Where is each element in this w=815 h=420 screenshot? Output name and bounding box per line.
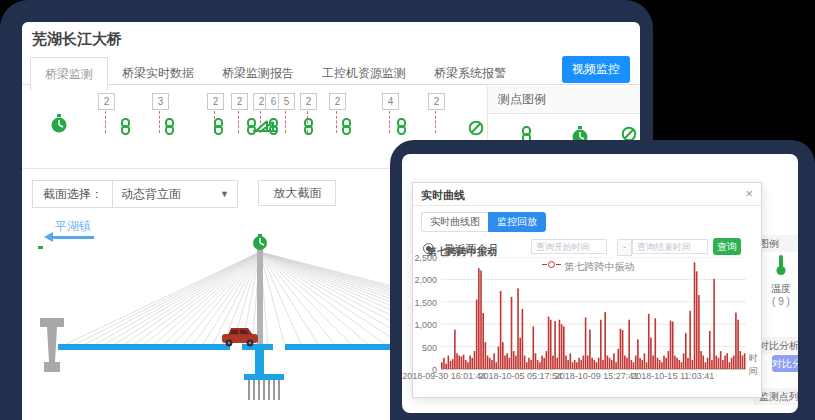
chart-plot-area — [441, 257, 746, 369]
dialog-tab-0[interactable]: 实时曲线图 — [421, 212, 488, 232]
x-axis-tick: 2018-10-05 05:17:54 — [479, 371, 563, 381]
sensor-count-badge: 2 — [207, 93, 224, 110]
temperature-label: 温度 — [764, 282, 798, 296]
dialog-header: 实时曲线 × — [413, 183, 761, 206]
chain-icon[interactable] — [120, 118, 131, 139]
ban-icon[interactable] — [468, 120, 484, 140]
section-select-value: 动态背立面 — [121, 186, 181, 203]
thermometer-icon — [775, 262, 787, 279]
sensor-count-badge: 3 — [152, 93, 169, 110]
sensor-count-badge: 2 — [428, 93, 445, 110]
dashed-connector — [389, 111, 390, 133]
x-axis-tick: 2018-10-09 15:27:41 — [555, 371, 639, 381]
dialog-tab-1[interactable]: 监控回放 — [488, 212, 546, 232]
section-select-label: 截面选择： — [33, 186, 113, 203]
tab-2[interactable]: 桥梁监测报告 — [208, 57, 308, 89]
chain-icon[interactable] — [396, 118, 407, 139]
sensor-count-badge: 2 — [98, 93, 115, 110]
query-button[interactable]: 查询 — [713, 238, 741, 255]
bridge-icon[interactable] — [252, 118, 278, 138]
y-axis-tick: 1,000 — [413, 320, 437, 330]
close-icon[interactable]: × — [745, 186, 753, 201]
y-axis-tick: 2,500 — [413, 253, 437, 263]
chevron-down-icon: ▼ — [220, 189, 229, 199]
sensor-count-badge: 4 — [382, 93, 399, 110]
dashed-connector — [336, 111, 337, 133]
sensor-count-badge: 2 — [329, 93, 346, 110]
temperature-count: ( 9 ) — [764, 296, 798, 307]
sensor-count-badge: 5 — [278, 93, 295, 110]
x-axis-title: 时间 — [749, 352, 763, 378]
tab-1[interactable]: 桥梁实时数据 — [108, 57, 208, 89]
dashed-connector — [159, 111, 160, 133]
y-axis-tick: 1,500 — [413, 298, 437, 308]
legend-panel-title: 测点图例 — [488, 86, 640, 114]
section-select[interactable]: 动态背立面 ▼ — [112, 180, 238, 208]
tab-3[interactable]: 工控机资源监测 — [308, 57, 420, 89]
temperature-item[interactable]: 温度 ( 9 ) — [764, 254, 798, 307]
main-tab-bar: 桥梁监测桥梁实时数据桥梁监测报告工控机资源监测桥梁系统报警 — [22, 56, 640, 85]
dashed-connector — [285, 111, 286, 133]
dashed-connector — [105, 111, 106, 133]
compare-analysis-button[interactable]: 对比分析 — [772, 355, 798, 372]
realtime-curve-dialog: 实时曲线 × 实时曲线图监控回放 最近两个月 - 查询 第七跨跨中振动 第七跨跨… — [412, 182, 762, 398]
dashed-connector — [238, 111, 239, 133]
sensor-count-badge: 2 — [300, 93, 317, 110]
dialog-title: 实时曲线 — [421, 188, 465, 203]
query-start-input[interactable] — [531, 239, 607, 254]
video-monitor-button[interactable]: 视频监控 — [562, 56, 630, 83]
vibration-chart: 时间 05001,0001,5002,0002,5002018-09-30 16… — [413, 255, 763, 395]
x-axis-tick: 2018-09-30 16:01:44 — [402, 371, 486, 381]
sensor-count-badge: 2 — [231, 93, 248, 110]
tab-4[interactable]: 桥梁系统报警 — [420, 57, 520, 89]
page-title: 芜湖长江大桥 — [32, 30, 122, 49]
range-separator: - — [617, 239, 632, 256]
dialog-tab-group: 实时曲线图监控回放 — [421, 211, 546, 232]
stopwatch-icon[interactable] — [50, 114, 68, 138]
y-axis-tick: 500 — [413, 343, 437, 353]
chain-icon[interactable] — [213, 118, 224, 139]
dashed-connector — [435, 111, 436, 133]
chain-icon[interactable] — [341, 118, 352, 139]
section-toolbar: 截面选择： 动态背立面 ▼ 放大截面 — [32, 180, 336, 206]
section-select-box: 截面选择： 动态背立面 ▼ — [32, 180, 238, 208]
x-axis-tick: 2018-10-15 11:03:41 — [631, 371, 714, 381]
enlarge-section-button[interactable]: 放大截面 — [258, 180, 336, 206]
query-end-input[interactable] — [632, 239, 708, 254]
screen: 芜湖长江大桥 桥梁监测桥梁实时数据桥梁监测报告工控机资源监测桥梁系统报警 视频监… — [0, 0, 815, 420]
chain-icon[interactable] — [303, 118, 314, 139]
chain-icon[interactable] — [164, 118, 175, 139]
y-axis-tick: 2,000 — [413, 275, 437, 285]
